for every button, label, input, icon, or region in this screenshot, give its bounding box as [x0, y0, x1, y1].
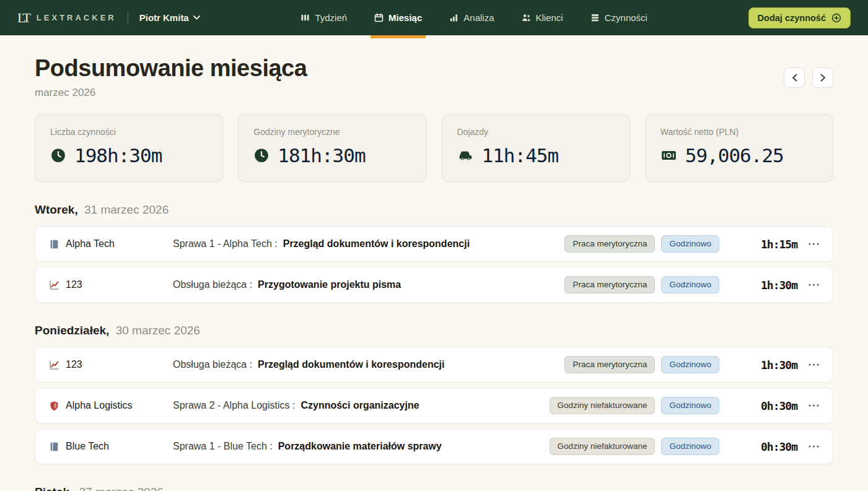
entry-badges: Praca merytoryczna Godzinowo — [564, 235, 719, 253]
entry-duration: 1h:30m — [740, 358, 797, 372]
work-type-badge: Praca merytoryczna — [564, 356, 655, 373]
client-name: Alpha Tech — [66, 238, 115, 250]
billing-type-badge: Godzinowo — [661, 356, 719, 373]
nav-item-analiza[interactable]: Analiza — [449, 0, 494, 35]
stat-card-net-value: Wartość netto (PLN) 59,006.25 — [645, 114, 833, 182]
user-menu[interactable]: Piotr Kmita — [139, 12, 200, 23]
chart-icon — [49, 280, 59, 290]
entry-duration: 0h:30m — [740, 399, 797, 412]
more-options-button[interactable] — [805, 279, 823, 291]
stat-value: 198h:30m — [74, 144, 162, 167]
day-name: Wtorek, — [35, 203, 78, 216]
entry-badges: Praca merytoryczna Godzinowo — [564, 276, 719, 293]
nav-label: Miesiąc — [388, 12, 422, 23]
client-name: 123 — [66, 359, 82, 370]
clock-icon — [50, 147, 66, 163]
clients-icon — [522, 13, 531, 22]
car-icon — [457, 147, 474, 163]
page-subtitle: marzec 2026 — [35, 87, 307, 99]
stat-label: Wartość netto (PLN) — [660, 127, 818, 137]
entry-description: Obsługa bieżąca :Przygotowanie projektu … — [173, 279, 564, 290]
nav-item-klienci[interactable]: Klienci — [522, 0, 563, 35]
activity-title: Czynności organizacyjne — [300, 400, 419, 411]
nav-label: Klienci — [536, 12, 563, 23]
client-name: Blue Tech — [66, 441, 109, 452]
nav-item-miesiac[interactable]: Miesiąc — [374, 0, 422, 35]
more-options-button[interactable] — [805, 238, 823, 250]
activity-row[interactable]: 123 Obsługa bieżąca :Przygotowanie proje… — [35, 267, 833, 303]
shield-icon — [49, 401, 59, 411]
entry-description: Sprawa 1 - Blue Tech :Porządkowanie mate… — [173, 441, 550, 452]
calendar-icon — [374, 13, 384, 22]
nav-item-czynnosci[interactable]: Czynności — [590, 0, 647, 35]
billing-type-badge: Godzinowo — [661, 235, 719, 253]
stat-card-billable-hours: Godziny merytoryczne 181h:30m — [238, 114, 426, 182]
logo-mark: LT — [17, 10, 29, 26]
case-label: Sprawa 2 - Alpha Logistics : — [173, 400, 295, 411]
client-cell: Blue Tech — [49, 441, 173, 452]
case-label: Sprawa 1 - Alpha Tech : — [173, 238, 278, 249]
entry-description: Sprawa 1 - Alpha Tech :Przegląd dokument… — [173, 238, 564, 250]
prev-month-button[interactable] — [784, 67, 805, 88]
chevron-right-icon — [820, 74, 826, 82]
billing-type-badge: Godzinowo — [661, 276, 719, 293]
activities-stack-icon — [590, 13, 600, 22]
client-name: Alpha Logistics — [66, 400, 133, 411]
chevron-left-icon — [792, 74, 797, 82]
more-options-button[interactable] — [805, 440, 823, 453]
day-date: 31 marzec 2026 — [84, 203, 169, 216]
brand-name: LEXTRACKER — [37, 13, 116, 22]
ellipsis-icon — [809, 243, 819, 245]
entry-badges: Praca merytoryczna Godzinowo — [564, 356, 719, 373]
add-activity-button[interactable]: Dodaj czynność — [748, 7, 851, 28]
ellipsis-icon — [809, 363, 819, 366]
client-cell: 123 — [49, 359, 173, 370]
work-type-badge: Praca merytoryczna — [564, 276, 655, 293]
work-type-badge: Godziny niefakturowane — [550, 438, 655, 455]
title-block: Podsumowanie miesiąca marzec 2026 — [35, 55, 307, 99]
day-name: Piątek, — [35, 485, 72, 491]
entry-badges: Godziny niefakturowane Godzinowo — [550, 397, 719, 414]
client-cell: Alpha Logistics — [49, 400, 173, 411]
day-date: 30 marzec 2026 — [116, 324, 200, 337]
nav-label: Analiza — [463, 12, 494, 23]
chevron-down-icon — [193, 15, 200, 20]
more-options-button[interactable] — [805, 399, 823, 412]
ellipsis-icon — [809, 284, 819, 286]
nav-item-tydzien[interactable]: Tydzień — [300, 0, 347, 35]
case-label: Obsługa bieżąca : — [173, 359, 252, 370]
ellipsis-icon — [809, 445, 819, 448]
activity-title: Porządkowanie materiałów sprawy — [278, 441, 442, 451]
stat-label: Godziny merytoryczne — [253, 127, 411, 137]
activity-title: Przygotowanie projektu pisma — [258, 279, 401, 290]
activity-row[interactable]: Blue Tech Sprawa 1 - Blue Tech :Porządko… — [35, 428, 833, 464]
activity-row[interactable]: Alpha Tech Sprawa 1 - Alpha Tech :Przegl… — [35, 226, 833, 262]
summary-stat-cards: Liczba czynności 198h:30m Godziny meryto… — [35, 114, 833, 182]
activity-title: Przegląd dokumentów i korespondencji — [283, 238, 470, 249]
top-navigation-bar: LT LEXTRACKER Piotr Kmita Tydzień Miesią… — [0, 0, 868, 35]
day-name: Poniedziałek, — [35, 324, 109, 337]
activity-row[interactable]: Alpha Logistics Sprawa 2 - Alpha Logisti… — [35, 388, 833, 424]
more-options-button[interactable] — [805, 358, 823, 371]
plus-circle-icon — [831, 13, 841, 23]
chart-icon — [49, 360, 59, 370]
header-divider — [128, 11, 128, 25]
user-name: Piotr Kmita — [139, 12, 189, 23]
entry-duration: 1h:15m — [740, 238, 797, 251]
month-pager — [784, 67, 833, 88]
work-type-badge: Godziny niefakturowane — [550, 397, 655, 414]
day-header: Wtorek, 31 marzec 2026 — [35, 203, 833, 217]
next-month-button[interactable] — [812, 67, 833, 88]
month-summary-page: Podsumowanie miesiąca marzec 2026 Liczba… — [0, 55, 868, 491]
activity-row[interactable]: 123 Obsługa bieżąca :Przegląd dokumentów… — [35, 347, 833, 383]
ellipsis-icon — [809, 404, 819, 407]
brand-area: LT LEXTRACKER Piotr Kmita — [17, 10, 200, 26]
add-activity-label: Dodaj czynność — [758, 13, 826, 23]
client-cell: 123 — [49, 279, 173, 290]
nav-label: Tydzień — [315, 12, 347, 23]
entry-description: Sprawa 2 - Alpha Logistics :Czynności or… — [173, 400, 550, 411]
stat-card-commutes: Dojazdy 11h:45m — [442, 114, 630, 182]
entry-badges: Godziny niefakturowane Godzinowo — [550, 438, 719, 455]
book-icon — [49, 239, 59, 250]
day-date: 27 marzec 2026 — [79, 485, 164, 491]
